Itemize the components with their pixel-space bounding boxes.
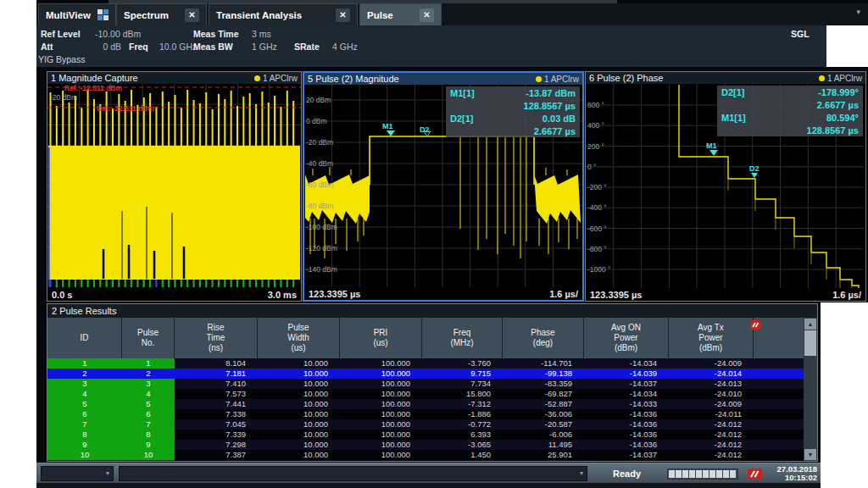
table-cell: -14.036 (584, 440, 669, 450)
tab-transient-analysis[interactable]: Transient Analysis ✕ (209, 3, 358, 25)
status-dropdown[interactable]: ▾ (41, 466, 114, 481)
freq-label[interactable]: Freq (129, 42, 148, 52)
meas-bw-value[interactable]: 1 GHz (252, 42, 277, 52)
table-cell: 10.000 (258, 369, 340, 379)
ref-level-value[interactable]: -10.00 dBm (95, 29, 141, 39)
table-header-red-icon[interactable] (750, 320, 761, 330)
x-scale: 1.6 µs/ (549, 289, 578, 299)
marker-m1-label[interactable]: M1 (382, 122, 393, 130)
table-cell: 5 (47, 399, 122, 409)
table-cell-filler (754, 430, 804, 440)
marker-d2-label[interactable]: D2 (749, 164, 760, 173)
marker-m1-icon[interactable] (709, 150, 718, 156)
y-tick-label: 400 ° (587, 121, 604, 130)
meas-time-label[interactable]: Meas Time (193, 29, 239, 39)
table-cell-filler (754, 450, 804, 460)
det-line-label: Det. -22.511 dBm (97, 104, 154, 113)
y-tick-label: 200 ° (587, 142, 604, 151)
y-tick-label: -1000 ° (587, 265, 611, 274)
table-cell: 7.298 (175, 440, 258, 450)
table-scrollbar[interactable]: ▲ ▼ (804, 318, 817, 461)
window-title: 5 Pulse (2) Magnitude (308, 74, 399, 84)
yig-bypass-label[interactable]: YIG Bypass (38, 54, 85, 64)
window-pulse-magnitude[interactable]: 5 Pulse (2) Magnitude 1 APClrw 20 dBm0 d… (303, 71, 584, 302)
marker-readout-panel: M1[1]-13.87 dBm 128.8567 µs D2[1]0.03 dB… (446, 86, 580, 137)
close-icon[interactable]: ✕ (185, 8, 199, 22)
close-icon[interactable]: ✕ (336, 8, 350, 22)
table-cell-filler (754, 379, 804, 389)
table-cell: 10.000 (258, 409, 340, 419)
window-pulse-results: 2 Pulse Results ID Pulse No. Rise Time (… (47, 303, 818, 462)
table-cell-filler (754, 389, 804, 399)
table-cell: 1.450 (422, 450, 503, 460)
scroll-down-icon[interactable]: ▼ (804, 449, 816, 460)
table-row[interactable]: 447.57310.000100.00015.800-69.827-14.034… (47, 389, 804, 399)
window-magnitude-capture[interactable]: 1 Magnitude Capture 1 APClrw Ref. -12.51… (47, 71, 302, 302)
scroll-up-icon[interactable]: ▲ (804, 319, 816, 330)
table-cell: 10.000 (258, 430, 340, 440)
table-cell-filler (754, 419, 804, 430)
table-cell: -36.006 (503, 409, 584, 419)
att-label[interactable]: Att (41, 42, 53, 52)
table-row[interactable]: 667.33810.000100.000-1.886-36.006-14.036… (47, 409, 804, 419)
tab-overflow-icon[interactable]: ▾ (856, 8, 860, 16)
table-cell: 10.000 (258, 379, 340, 389)
x-stop: 3.0 ms (268, 290, 297, 300)
window-title-bar[interactable]: 6 Pulse (2) Phase 1 APClrw (586, 72, 865, 84)
scroll-thumb[interactable] (804, 330, 816, 356)
meas-bw-label[interactable]: Meas BW (193, 42, 233, 52)
att-value[interactable]: 0 dB (87, 42, 121, 52)
table-row[interactable]: 118.10410.000100.000-3.760-114.701-14.03… (47, 358, 804, 369)
table-cell: 7.441 (175, 399, 258, 409)
progress-segment (709, 470, 715, 478)
marker-m1-label[interactable]: M1 (706, 141, 717, 150)
table-cell: 100.000 (340, 399, 422, 409)
tab-spectrum[interactable]: Spectrum ✕ (116, 3, 207, 25)
table-cell: -24.013 (669, 379, 754, 389)
window-title: 2 Pulse Results (52, 306, 116, 316)
table-row[interactable]: 997.29810.000100.000-3.06511.495-14.036-… (47, 440, 804, 450)
table-row[interactable]: 337.41010.000100.0007.734-83.359-14.037-… (47, 379, 804, 389)
table-cell: -14.037 (584, 379, 669, 389)
progress-segment (703, 470, 709, 478)
table-cell: 100.000 (340, 358, 422, 369)
table-row[interactable]: 227.18110.000100.0009.715-99.138-14.039-… (47, 369, 804, 379)
table-cell: -1.886 (422, 409, 503, 419)
y-tick-label: -200 ° (587, 183, 607, 191)
y-tick-label: 20 dBm (306, 96, 331, 104)
table-row[interactable]: 887.33910.000100.0006.393-6.006-14.036-2… (47, 430, 804, 440)
window-title-bar[interactable]: 2 Pulse Results (47, 304, 817, 318)
window-title-bar[interactable]: 5 Pulse (2) Magnitude 1 APClrw (304, 73, 582, 85)
tab-label: Spectrum (124, 10, 169, 20)
meas-time-value[interactable]: 3 ms (252, 29, 271, 39)
marker-d2-icon[interactable] (751, 173, 758, 178)
table-cell: -83.359 (503, 379, 584, 389)
table-cell: 8.104 (175, 358, 258, 369)
table-cell: 8 (122, 430, 175, 440)
freq-value[interactable]: 10.0 GHz (159, 42, 197, 52)
window-title-bar[interactable]: 1 Magnitude Capture 1 APClrw (47, 72, 301, 84)
table-row[interactable]: 557.44110.000100.000-7.312-52.887-14.033… (47, 399, 804, 409)
table-cell: 5 (122, 399, 175, 409)
table-row[interactable]: 10107.38710.000100.0001.45025.901-14.037… (47, 450, 804, 460)
tab-pulse[interactable]: Pulse ✕ (359, 3, 442, 25)
table-row[interactable]: 777.04510.000100.000-0.772-20.587-14.036… (47, 419, 804, 430)
marker-m1-icon[interactable] (387, 130, 395, 136)
srate-label[interactable]: SRate (294, 42, 320, 52)
y-tick-label: -20 dBm (306, 138, 333, 147)
table-cell: 7 (122, 419, 175, 430)
progress-segment (669, 470, 675, 478)
magnitude-capture-plot[interactable]: Ref. -12.511 dBm Det. -22.511 dBm -20 dB… (47, 84, 301, 289)
table-cell: 100.000 (340, 430, 422, 440)
tab-multiview[interactable]: MultiView (38, 3, 116, 25)
close-icon[interactable]: ✕ (420, 8, 434, 22)
table-cell: -6.006 (503, 430, 584, 440)
table-cell: 10.000 (258, 358, 340, 369)
srate-value[interactable]: 4 GHz (332, 42, 358, 52)
status-message-field[interactable]: ▾ (119, 466, 587, 481)
ref-level-label[interactable]: Ref Level (41, 29, 81, 39)
pulse-phase-plot[interactable]: 600 °400 °200 °0 °-200 °-400 °-600 °-800… (586, 84, 865, 289)
window-pulse-phase[interactable]: 6 Pulse (2) Phase 1 APClrw 600 °400 °200… (585, 71, 866, 302)
pulse-magnitude-plot[interactable]: 20 dBm0 dBm-20 dBm-40 dBm-60 dBm-80 dBm-… (304, 85, 582, 290)
table-cell: 1 (122, 358, 175, 369)
